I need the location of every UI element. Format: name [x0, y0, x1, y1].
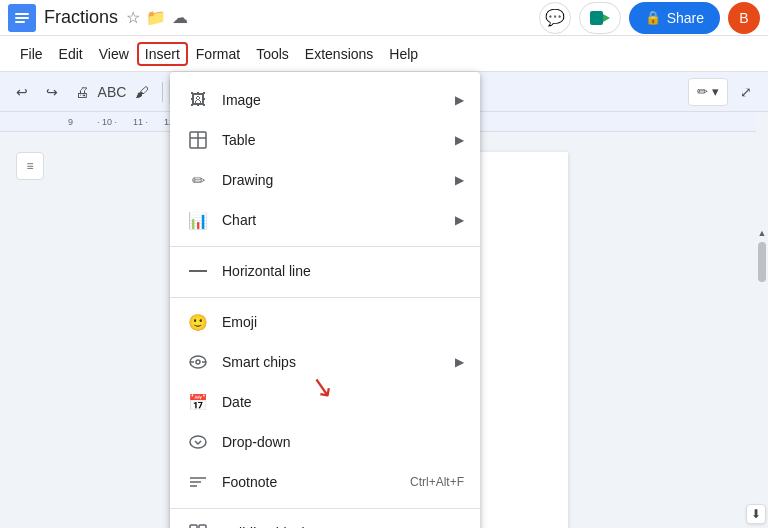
meet-icon: [590, 11, 610, 25]
insert-smart-chips-item[interactable]: Smart chips ▶: [170, 342, 480, 382]
menu-group-blocks: Building blocks ▶: [170, 508, 480, 528]
left-panel: ≡: [0, 132, 60, 528]
insert-dropdown-menu: 🖼 Image ▶ Table ▶ ✏ Drawing ▶ 📊 Chart ▶: [170, 72, 480, 528]
insert-image-label: Image: [222, 92, 455, 108]
table-arrow-icon: ▶: [455, 133, 464, 147]
scroll-up-button[interactable]: ▲: [756, 226, 768, 240]
ruler-mark-10: · 10 ·: [97, 117, 117, 127]
date-icon: 📅: [186, 390, 210, 414]
menu-group-content: 🙂 Emoji Smart chips ▶ 📅 Date: [170, 297, 480, 504]
meet-icon-rect: [590, 11, 603, 25]
insert-chart-label: Chart: [222, 212, 455, 228]
menu-format[interactable]: Format: [188, 42, 248, 66]
navigate-down-button[interactable]: ⬇: [746, 504, 766, 524]
chart-icon: 📊: [186, 208, 210, 232]
menu-extensions[interactable]: Extensions: [297, 42, 381, 66]
insert-date-label: Date: [222, 394, 464, 410]
doc-line-1: [15, 13, 29, 15]
insert-footnote-label: Footnote: [222, 474, 402, 490]
doc-line-2: [15, 17, 29, 19]
toolbar-right: ✏ ▾ ⤢: [688, 78, 760, 106]
meet-icon-tri: [603, 14, 610, 22]
share-button[interactable]: 🔒 Share: [629, 2, 720, 34]
title-action-icons: ☆ 📁 ☁: [126, 8, 188, 27]
share-label: Share: [667, 10, 704, 26]
chart-arrow-icon: ▶: [455, 213, 464, 227]
insert-date-item[interactable]: 📅 Date: [170, 382, 480, 422]
star-icon[interactable]: ☆: [126, 8, 140, 27]
building-blocks-icon: [186, 521, 210, 528]
svg-point-6: [196, 360, 200, 364]
paint-format-button[interactable]: 🖌: [128, 78, 156, 106]
scrollbar-thumb[interactable]: [758, 242, 766, 282]
lock-icon: 🔒: [645, 10, 661, 25]
avatar[interactable]: B: [728, 2, 760, 34]
menu-tools[interactable]: Tools: [248, 42, 297, 66]
menu-file[interactable]: File: [12, 42, 51, 66]
menu-edit[interactable]: Edit: [51, 42, 91, 66]
document-title[interactable]: Fractions: [44, 7, 118, 28]
horizontal-line-icon: [186, 259, 210, 283]
ruler-mark-11: 11 ·: [133, 117, 148, 127]
insert-image-item[interactable]: 🖼 Image ▶: [170, 80, 480, 120]
insert-table-label: Table: [222, 132, 455, 148]
menu-bar: File Edit View Insert Format Tools Exten…: [0, 36, 768, 72]
undo-button[interactable]: ↩: [8, 78, 36, 106]
docs-icon-lines: [15, 13, 29, 23]
insert-hline-label: Horizontal line: [222, 263, 464, 279]
doc-line-3: [15, 21, 25, 23]
folder-icon[interactable]: 📁: [146, 8, 166, 27]
insert-emoji-label: Emoji: [222, 314, 464, 330]
insert-dropdown-label: Drop-down: [222, 434, 464, 450]
header-right-actions: 💬 🔒 Share B: [539, 2, 760, 34]
insert-drawing-label: Drawing: [222, 172, 455, 188]
insert-drawing-item[interactable]: ✏ Drawing ▶: [170, 160, 480, 200]
footnote-icon: [186, 470, 210, 494]
title-bar: Fractions ☆ 📁 ☁ 💬 🔒 Share B: [0, 0, 768, 36]
scrollbar: ▲: [756, 224, 768, 528]
chevron-down-icon: ▾: [712, 84, 719, 99]
insert-horizontal-line-item[interactable]: Horizontal line: [170, 251, 480, 291]
smart-chips-icon: [186, 350, 210, 374]
insert-chart-item[interactable]: 📊 Chart ▶: [170, 200, 480, 240]
smart-chips-arrow-icon: ▶: [455, 355, 464, 369]
menu-group-media: 🖼 Image ▶ Table ▶ ✏ Drawing ▶ 📊 Chart ▶: [170, 78, 480, 242]
editing-mode-button[interactable]: ✏ ▾: [688, 78, 728, 106]
image-icon: 🖼: [186, 88, 210, 112]
menu-insert[interactable]: Insert: [137, 42, 188, 66]
dropdown-icon: [186, 430, 210, 454]
cloud-icon[interactable]: ☁: [172, 8, 188, 27]
insert-smart-chips-label: Smart chips: [222, 354, 455, 370]
toolbar-divider: [162, 82, 163, 102]
svg-point-7: [190, 436, 206, 448]
menu-help[interactable]: Help: [381, 42, 426, 66]
table-icon: [186, 128, 210, 152]
chat-button[interactable]: 💬: [539, 2, 571, 34]
drawing-icon: ✏: [186, 168, 210, 192]
pencil-icon: ✏: [697, 84, 708, 99]
insert-footnote-item[interactable]: Footnote Ctrl+Alt+F: [170, 462, 480, 502]
drawing-arrow-icon: ▶: [455, 173, 464, 187]
outline-icon[interactable]: ≡: [16, 152, 44, 180]
insert-emoji-item[interactable]: 🙂 Emoji: [170, 302, 480, 342]
expand-button[interactable]: ⤢: [732, 78, 760, 106]
insert-building-blocks-item[interactable]: Building blocks ▶: [170, 513, 480, 528]
insert-dropdown-item[interactable]: Drop-down: [170, 422, 480, 462]
footnote-shortcut: Ctrl+Alt+F: [410, 475, 464, 489]
emoji-icon: 🙂: [186, 310, 210, 334]
arrow-right-icon: ▶: [455, 93, 464, 107]
redo-button[interactable]: ↪: [38, 78, 66, 106]
menu-view[interactable]: View: [91, 42, 137, 66]
spellcheck-button[interactable]: ABC: [98, 78, 126, 106]
menu-group-line: Horizontal line: [170, 246, 480, 293]
print-button[interactable]: 🖨: [68, 78, 96, 106]
docs-logo: [8, 4, 36, 32]
ruler-mark-9: 9: [68, 117, 73, 127]
insert-table-item[interactable]: Table ▶: [170, 120, 480, 160]
meet-button[interactable]: [579, 2, 621, 34]
